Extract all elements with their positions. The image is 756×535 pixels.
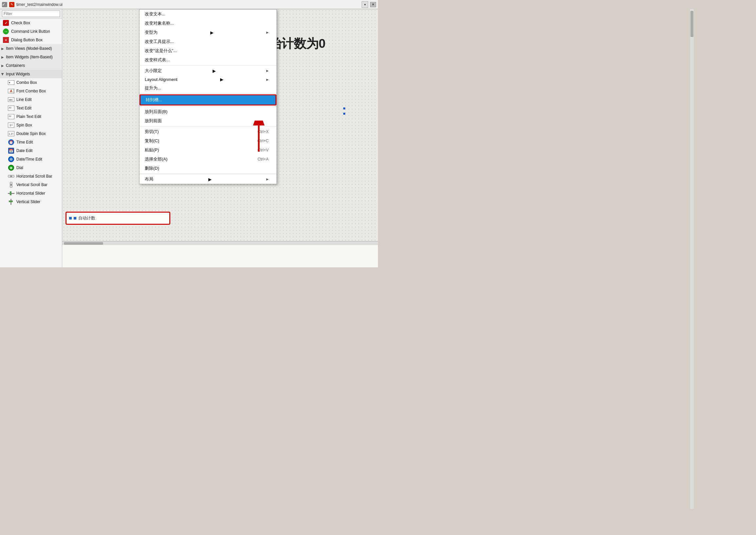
sidebar-item-hscroll[interactable]: Horizontal Scroll Bar — [0, 172, 62, 181]
menu-item-select-all[interactable]: 选择全部(A) Ctrl+A — [140, 155, 276, 164]
sidebar-item-font-combo-box[interactable]: A Font Combo Box — [0, 87, 62, 95]
sidebar-item-label: Item Widgets (Item-Based) — [6, 55, 53, 59]
group-arrow-icon: ▶ — [1, 64, 4, 68]
sidebar-group-containers[interactable]: ▶ Containers — [0, 61, 62, 70]
selection-handle — [343, 113, 345, 115]
sidebar-item-label: Input Widgets — [6, 72, 30, 76]
sidebar-item-label: Horizontal Scroll Bar — [16, 174, 52, 179]
sidebar-item-vscroll[interactable]: Vertical Scroll Bar — [0, 181, 62, 189]
time-edit-icon: ⏰ — [8, 139, 14, 146]
menu-item-paste[interactable]: 粘贴(P) Ctrl+V — [140, 146, 276, 155]
sidebar-item-hslider[interactable]: Horizontal Slider — [0, 189, 62, 198]
sidebar-item-datetime-edit[interactable]: ⊕ Date/Time Edit — [0, 155, 62, 163]
double-spin-box-icon: 1.2÷ — [8, 130, 14, 137]
vslider-icon — [8, 199, 14, 205]
group-arrow-icon: ▶ — [1, 47, 4, 50]
app-icon — [2, 2, 7, 7]
sidebar-group-item-views[interactable]: ▶ Item Views (Model-Based) — [0, 44, 62, 53]
sidebar-item-label: Check Box — [11, 21, 30, 25]
goto-slot-highlight: 转到槽... — [140, 94, 276, 105]
menu-item-cut[interactable]: 剪切(T) Ctrl+X — [140, 127, 276, 136]
sidebar-item-date-edit[interactable]: 📅 Date Edit — [0, 147, 62, 155]
menu-item-bring-front[interactable]: 放到前面 — [140, 116, 276, 126]
sidebar-item-combo-box[interactable]: ▾ Combo Box — [0, 78, 62, 87]
sidebar-item-label: Horizontal Slider — [16, 191, 45, 196]
spin-box-icon: 1÷ — [8, 122, 14, 128]
canvas-widget-label: 自动计数 — [78, 215, 95, 221]
sidebar-item-dial[interactable]: ◉ Dial — [0, 163, 62, 172]
sidebar-item-line-edit[interactable]: ab| Line Edit — [0, 95, 62, 104]
sidebar-filter-area — [0, 9, 62, 19]
canvas-hscroll-thumb[interactable] — [64, 242, 103, 245]
sidebar-item-label: Date/Time Edit — [16, 157, 42, 161]
file-icon: ✎ — [9, 2, 14, 7]
menu-item-layout-alignment[interactable]: Layout Alignment ▶ — [140, 75, 276, 84]
date-edit-icon: 📅 — [8, 148, 14, 154]
selection-handle — [343, 107, 345, 109]
sidebar-item-label: Containers — [6, 63, 25, 68]
widget-handle-2 — [74, 217, 76, 219]
menu-divider — [140, 65, 276, 66]
text-edit-icon: AI — [8, 105, 14, 111]
canvas-hscrollbar[interactable] — [62, 241, 378, 245]
filter-input[interactable] — [2, 11, 60, 17]
menu-divider — [140, 106, 276, 106]
sidebar-item-label: Time Edit — [16, 140, 33, 145]
sidebar-item-check-box[interactable]: ✓ Check Box — [0, 19, 62, 27]
menu-item-change-stylesheet[interactable]: 改变样式表... — [140, 55, 276, 65]
sidebar-item-label: Dialog Button Box — [11, 38, 42, 42]
menu-item-layout[interactable]: 布局 ▶ — [140, 175, 276, 184]
menu-item-change-text[interactable]: 改变文本... — [140, 10, 276, 19]
dial-icon: ◉ — [8, 164, 14, 171]
sidebar-item-label: Plain Text Edit — [16, 114, 41, 119]
sidebar-item-double-spin-box[interactable]: 1.2÷ Double Spin Box — [0, 129, 62, 138]
sidebar-item-label: Text Edit — [16, 106, 31, 110]
menu-item-change-whatsthis[interactable]: 改变"这是什么"... — [140, 46, 276, 55]
sidebar-item-label: Font Combo Box — [16, 89, 46, 93]
sidebar-item-cmd-link[interactable]: → Command Link Button — [0, 27, 62, 36]
title-dropdown[interactable]: ▾ — [362, 1, 368, 8]
menu-item-promote[interactable]: 提升为... — [140, 84, 276, 93]
combo-box-icon: ▾ — [8, 79, 14, 86]
menu-item-copy[interactable]: 复制(C) Ctrl+C — [140, 136, 276, 146]
line-edit-icon: ab| — [8, 96, 14, 103]
sidebar-item-text-edit[interactable]: AI Text Edit — [0, 104, 62, 112]
sidebar-list: ✓ Check Box → Command Link Button ✕ Dial… — [0, 19, 62, 268]
sidebar-item-plain-text-edit[interactable]: AI Plain Text Edit — [0, 112, 62, 121]
menu-item-morph[interactable]: 变型为 ▶ — [140, 28, 276, 37]
sidebar-item-vslider[interactable]: Vertical Slider — [0, 198, 62, 206]
sidebar-group-input-widgets[interactable]: ▶ Input Widgets — [0, 70, 62, 78]
group-arrow-icon: ▶ — [1, 73, 5, 75]
menu-item-send-back[interactable]: 放到后面(B) — [140, 107, 276, 116]
menu-item-delete[interactable]: 删除(D) — [140, 164, 276, 173]
close-button[interactable]: ✕ — [370, 2, 376, 7]
canvas-widget[interactable]: 自动计数 — [66, 211, 170, 225]
widget-handle-1 — [69, 217, 72, 219]
group-arrow-icon: ▶ — [1, 55, 4, 59]
menu-item-change-tooltip[interactable]: 改变工具提示... — [140, 37, 276, 46]
sidebar: ✓ Check Box → Command Link Button ✕ Dial… — [0, 9, 62, 268]
dialog-icon: ✕ — [3, 37, 9, 43]
menu-item-goto-slot[interactable]: 转到槽... — [141, 95, 275, 104]
checkbox-icon: ✓ — [3, 20, 9, 26]
sidebar-item-label: Spin Box — [16, 123, 32, 127]
menu-item-size-constraint[interactable]: 大小限定 ▶ — [140, 66, 276, 75]
sidebar-item-label: Date Edit — [16, 149, 32, 153]
sidebar-item-dialog[interactable]: ✕ Dialog Button Box — [0, 36, 62, 44]
sidebar-item-label: Double Spin Box — [16, 131, 45, 136]
sidebar-item-label: Dial — [16, 165, 23, 170]
sidebar-group-item-widgets[interactable]: ▶ Item Widgets (Item-Based) — [0, 53, 62, 61]
sidebar-item-label: Command Link Button — [11, 29, 50, 34]
cmd-link-icon: → — [3, 28, 9, 35]
sidebar-item-time-edit[interactable]: ⏰ Time Edit — [0, 138, 62, 147]
menu-divider — [140, 174, 276, 174]
menu-item-change-object-name[interactable]: 改变对象名称... — [140, 19, 276, 28]
title-bar: ✎ timer_test2/mainwindow.ui ▾ ✕ — [0, 0, 378, 9]
font-combo-icon: A — [8, 88, 14, 94]
menu-divider — [140, 126, 276, 127]
sidebar-item-spin-box[interactable]: 1÷ Spin Box — [0, 121, 62, 129]
menu-divider — [140, 93, 276, 94]
vscroll-icon — [8, 182, 14, 188]
sidebar-item-label: Item Views (Model-Based) — [6, 46, 52, 51]
title-bar-title: timer_test2/mainwindow.ui — [16, 2, 360, 7]
